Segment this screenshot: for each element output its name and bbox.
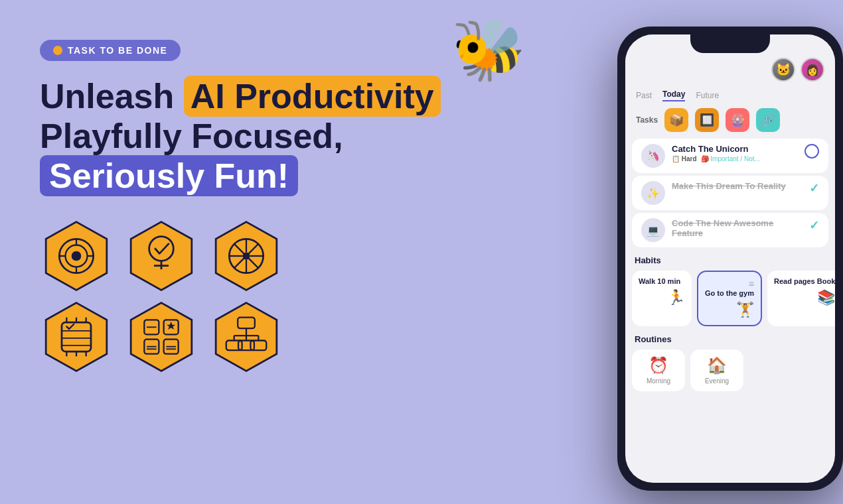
routine-evening-title: Evening <box>697 377 737 385</box>
task-title-unicorn: Catch The Unicorn <box>672 144 798 154</box>
task-item-dream[interactable]: ✨ Make This Dream To Reality ✓ <box>632 176 828 210</box>
habit-walk-emoji: 🏃 <box>639 289 685 306</box>
habit-gym-emoji: 🏋️ <box>705 301 754 318</box>
icons-row-bottom <box>40 300 471 373</box>
badge-dot <box>53 46 62 55</box>
brain-check-icon <box>125 220 198 292</box>
routine-morning-title: Morning <box>639 377 678 385</box>
task-content-code: Code The New Awesome Feature <box>672 218 803 238</box>
hero-line2: Playfully Focused, <box>40 117 471 157</box>
task-title-dream: Make This Dream To Reality <box>672 181 803 191</box>
habit-gym-title: Go to the gym <box>705 289 754 297</box>
habit-gym[interactable]: ≡ Go to the gym 🏋️ <box>697 271 762 326</box>
task-check-unicorn[interactable] <box>805 144 819 158</box>
task-icon-dream: ✨ <box>641 181 665 205</box>
tag-important: 🎒 Important / Not... <box>701 155 760 162</box>
routine-evening[interactable]: 🏠 Evening <box>690 349 743 391</box>
svg-point-3 <box>72 251 82 261</box>
routine-evening-emoji: 🏠 <box>697 356 737 375</box>
routines-section-label: Routines <box>625 329 835 347</box>
icons-row-top <box>40 220 471 292</box>
task-item-unicorn[interactable]: 🦄 Catch The Unicorn 📋 Hard 🎒 Important /… <box>632 139 828 173</box>
chip-icon <box>40 300 113 373</box>
nav-past[interactable]: Past <box>636 91 652 100</box>
grid-star-icon <box>125 300 198 373</box>
phone-mockup: 🐱 👩 Past Today Future Tasks 📦 🔲 🎡 🔗 🦄 <box>604 13 843 497</box>
badge-text: TASK TO BE DONE <box>68 45 167 56</box>
hero-line3: Seriously Fun! <box>40 157 471 196</box>
task-badge: TASK TO BE DONE <box>40 40 181 61</box>
habit-walk-title: Walk 10 min <box>639 277 685 285</box>
phone-outer: 🐱 👩 Past Today Future Tasks 📦 🔲 🎡 🔗 🦄 <box>617 27 843 491</box>
phone-notch <box>690 34 770 53</box>
avatar-girl: 👩 <box>801 58 824 82</box>
hero-line1: Unleash AI Productivity <box>40 77 471 117</box>
network-icon <box>210 300 283 373</box>
hero-line1-highlight: AI Productivity <box>184 76 441 117</box>
svg-marker-8 <box>131 222 192 290</box>
target-icon <box>40 220 113 292</box>
left-content: TASK TO BE DONE Unleash AI Productivity … <box>40 40 471 373</box>
habit-gym-menu[interactable]: ≡ <box>705 279 754 289</box>
hero-line3-highlight: Seriously Fun! <box>40 155 298 196</box>
nav-future[interactable]: Future <box>696 91 719 100</box>
avatar-cat: 🐱 <box>771 58 795 82</box>
tasks-label: Tasks <box>636 115 658 125</box>
tag-hard: 📋 Hard <box>672 155 697 162</box>
hero-title: Unleash AI Productivity Playfully Focuse… <box>40 77 471 196</box>
cat-icon-2[interactable]: 🔲 <box>695 108 719 132</box>
task-check-code[interactable]: ✓ <box>809 218 819 233</box>
cat-icon-3[interactable]: 🎡 <box>726 108 749 132</box>
task-icon-unicorn: 🦄 <box>641 144 665 168</box>
cat-icon-1[interactable]: 📦 <box>664 108 688 132</box>
habits-row: Walk 10 min 🏃 ≡ Go to the gym 🏋️ Read pa… <box>625 268 835 329</box>
habit-read-emoji: 📚 <box>774 289 835 306</box>
habit-read[interactable]: Read pages Book 📚 <box>767 271 835 326</box>
habit-walk[interactable]: Walk 10 min 🏃 <box>632 271 692 326</box>
task-item-code[interactable]: 💻 Code The New Awesome Feature ✓ <box>632 213 828 247</box>
routine-morning-emoji: ⏰ <box>639 356 678 375</box>
routine-morning[interactable]: ⏰ Morning <box>632 349 685 391</box>
svg-marker-34 <box>131 303 192 371</box>
phone-screen: 🐱 👩 Past Today Future Tasks 📦 🔲 🎡 🔗 🦄 <box>625 34 835 483</box>
phone-nav[interactable]: Past Today Future <box>625 87 835 104</box>
wheel-icon <box>210 220 283 292</box>
task-title-code: Code The New Awesome Feature <box>672 218 803 238</box>
svg-marker-23 <box>46 303 107 371</box>
task-check-dream[interactable]: ✓ <box>809 181 819 196</box>
task-content-unicorn: Catch The Unicorn 📋 Hard 🎒 Important / N… <box>672 144 798 162</box>
task-content-dream: Make This Dream To Reality <box>672 181 803 191</box>
task-sub-unicorn: 📋 Hard 🎒 Important / Not... <box>672 155 798 162</box>
cat-icon-4[interactable]: 🔗 <box>756 108 780 132</box>
habit-read-title: Read pages Book <box>774 277 835 285</box>
icons-grid <box>40 220 471 373</box>
phone-categories: Tasks 📦 🔲 🎡 🔗 <box>625 104 835 136</box>
hero-line1-plain: Unleash <box>40 77 184 115</box>
habits-section-label: Habits <box>625 250 835 268</box>
bee-emoji: 🐝 <box>451 20 526 80</box>
routines-row: ⏰ Morning 🏠 Evening <box>625 347 835 394</box>
nav-today[interactable]: Today <box>662 90 685 101</box>
task-icon-code: 💻 <box>641 218 665 242</box>
